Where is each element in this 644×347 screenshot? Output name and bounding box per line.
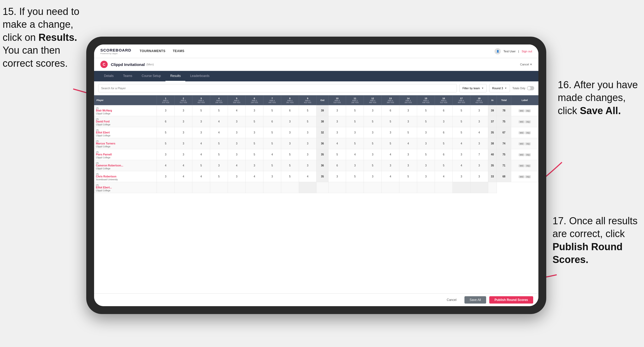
score-hole-12[interactable]	[328, 182, 346, 193]
score-hole-12[interactable]: 3	[364, 149, 382, 160]
nav-tournaments[interactable]: TOURNAMENTS	[140, 48, 165, 54]
score-hole-18[interactable]: 3	[470, 138, 488, 149]
score-hole-8[interactable]	[263, 182, 281, 193]
score-hole-14[interactable]: 3	[399, 149, 417, 160]
score-hole-5[interactable]: 4	[228, 105, 245, 116]
label-button[interactable]: WD	[519, 131, 525, 134]
score-hole-11[interactable]: 5	[346, 138, 364, 149]
score-hole-5[interactable]: 3	[228, 138, 245, 149]
score-hole-14[interactable]: 3	[399, 105, 417, 116]
score-hole-7[interactable]: 5	[263, 105, 281, 116]
score-hole-17[interactable]: 4	[452, 138, 470, 149]
score-hole-17[interactable]	[417, 182, 435, 193]
score-hole-4[interactable]: 4	[210, 127, 228, 138]
score-hole-16[interactable]: 6	[435, 149, 453, 160]
score-hole-10[interactable]: 3	[328, 171, 346, 182]
score-hole-3[interactable]	[175, 182, 192, 193]
score-hole-12[interactable]: 3	[364, 171, 382, 182]
score-hole-9[interactable]: 5	[299, 105, 317, 116]
label-button[interactable]: DQ	[525, 175, 531, 178]
score-hole-9[interactable]	[281, 182, 299, 193]
score-hole-13[interactable]: 4	[382, 149, 399, 160]
score-hole-18[interactable]: 3	[470, 160, 488, 171]
score-hole-4[interactable]	[192, 182, 210, 193]
score-hole-7[interactable]: 5	[263, 138, 281, 149]
score-hole-9[interactable]: 3	[299, 160, 317, 171]
score-hole-12[interactable]: 5	[364, 138, 382, 149]
score-hole-6[interactable]: 3	[245, 127, 263, 138]
label-button[interactable]: DQ	[525, 164, 531, 167]
score-hole-18[interactable]: 4	[470, 127, 488, 138]
score-hole-12[interactable]: 5	[364, 160, 382, 171]
score-hole-10[interactable]: 4	[328, 138, 346, 149]
score-hole-2[interactable]: 3	[175, 149, 192, 160]
tab-details[interactable]: Details	[99, 71, 118, 81]
score-hole-11[interactable]: 5	[346, 105, 364, 116]
score-hole-11[interactable]: 3	[346, 127, 364, 138]
score-hole-11[interactable]: 5	[346, 116, 364, 127]
score-hole-17[interactable]: 3	[452, 171, 470, 182]
score-hole-13[interactable]: 5	[382, 138, 399, 149]
score-hole-5[interactable]: 4	[228, 160, 245, 171]
score-hole-18[interactable]: 7	[470, 149, 488, 160]
label-button[interactable]: WD	[519, 142, 525, 145]
score-hole-2[interactable]: 3	[175, 116, 192, 127]
round-dropdown[interactable]: Round 3 ▼	[489, 84, 510, 92]
sign-out-link[interactable]: Sign out	[522, 50, 532, 53]
label-button[interactable]: DQ	[525, 131, 531, 134]
score-hole-2[interactable]: 3	[175, 138, 192, 149]
score-hole-16[interactable]: 5	[435, 160, 453, 171]
score-hole-16[interactable]: 6	[435, 105, 453, 116]
score-hole-16[interactable]: 6	[435, 127, 453, 138]
score-hole-16[interactable]	[399, 182, 417, 193]
label-button[interactable]: DQ	[525, 153, 531, 156]
score-hole-7[interactable]: 6	[263, 116, 281, 127]
label-button[interactable]: DQ	[525, 120, 531, 123]
score-hole-11[interactable]: 3	[346, 160, 364, 171]
filter-team-dropdown[interactable]: Filter by team ▼	[459, 84, 487, 92]
score-hole-5[interactable]: 3	[228, 171, 245, 182]
tab-course-setup[interactable]: Course Setup	[137, 71, 165, 81]
score-hole-11[interactable]: 5	[346, 171, 364, 182]
score-hole-4[interactable]: 4	[210, 116, 228, 127]
score-hole-14[interactable]: 5	[399, 127, 417, 138]
score-hole-18[interactable]: 3	[470, 105, 488, 116]
score-hole-3[interactable]: 4	[192, 171, 210, 182]
score-hole-6[interactable]: 4	[245, 171, 263, 182]
score-hole-1[interactable]: 3	[157, 171, 175, 182]
score-hole-1[interactable]: 5	[157, 138, 175, 149]
score-hole-8[interactable]: 5	[281, 149, 299, 160]
score-hole-1[interactable]: 6	[157, 116, 175, 127]
score-hole-7[interactable]: 5	[263, 160, 281, 171]
score-hole-10[interactable]: 3	[328, 127, 346, 138]
score-hole-13[interactable]	[346, 182, 364, 193]
label-button[interactable]: WD	[519, 153, 525, 156]
score-hole-9[interactable]: 5	[299, 116, 317, 127]
tab-teams[interactable]: Teams	[118, 71, 137, 81]
score-hole-6[interactable]: 5	[245, 138, 263, 149]
score-hole-5[interactable]	[210, 182, 228, 193]
score-hole-16[interactable]: 5	[435, 138, 453, 149]
score-hole-3[interactable]: 3	[192, 127, 210, 138]
score-hole-17[interactable]: 5	[452, 105, 470, 116]
tab-leaderboards[interactable]: Leaderboards	[185, 71, 214, 81]
score-hole-15[interactable]	[382, 182, 399, 193]
score-hole-8[interactable]: 5	[281, 171, 299, 182]
score-hole-6[interactable]	[228, 182, 245, 193]
score-hole-7[interactable]	[245, 182, 263, 193]
score-hole-15[interactable]: 3	[417, 171, 435, 182]
score-hole-14[interactable]: 3	[399, 116, 417, 127]
score-hole-16[interactable]: 4	[435, 171, 453, 182]
label-button[interactable]: WD	[519, 164, 525, 167]
score-hole-15[interactable]: 3	[417, 127, 435, 138]
score-hole-18[interactable]	[435, 182, 453, 193]
score-hole-4[interactable]: 5	[210, 105, 228, 116]
score-hole-2[interactable]: 4	[175, 160, 192, 171]
score-hole-14[interactable]	[364, 182, 382, 193]
score-hole-1[interactable]: 5	[157, 127, 175, 138]
score-hole-8[interactable]: 3	[281, 116, 299, 127]
nav-teams[interactable]: TEAMS	[173, 48, 185, 54]
score-hole-17[interactable]: 5	[452, 127, 470, 138]
score-hole-9[interactable]: 3	[299, 149, 317, 160]
score-hole-3[interactable]: 5	[192, 160, 210, 171]
